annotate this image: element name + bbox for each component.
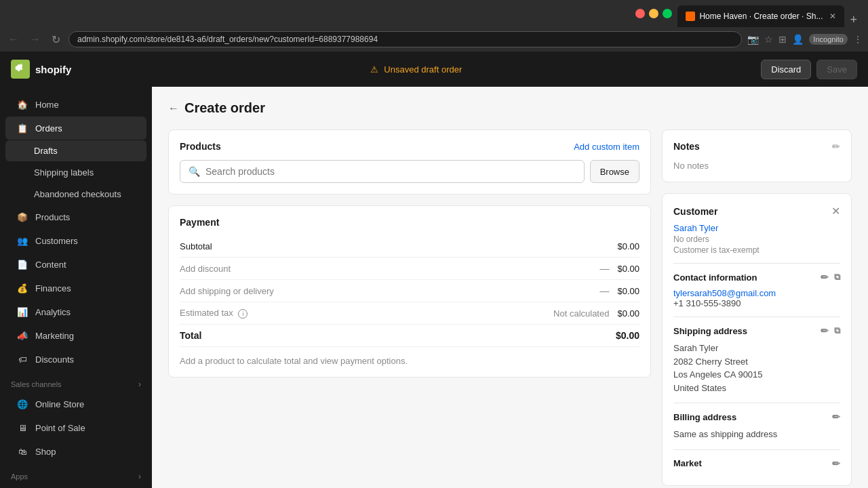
subtotal-value: $0.00 (617, 241, 639, 251)
billing-edit-icon[interactable]: ✏ (832, 411, 840, 422)
shipping-value: $0.00 (617, 286, 639, 296)
save-button[interactable]: Save (816, 60, 857, 79)
sidebar-label-marketing: Marketing (35, 331, 74, 341)
window-min-btn[interactable] (649, 9, 658, 18)
tax-hint: Not calculated (553, 308, 609, 319)
market-divider (673, 449, 840, 450)
reload-btn[interactable]: ↻ (49, 30, 63, 49)
search-icon: 🔍 (189, 166, 200, 177)
notes-card-title: Notes (673, 141, 700, 152)
payment-card-header: Payment (180, 217, 639, 228)
header-actions: Discard Save (761, 60, 857, 79)
add-custom-item-link[interactable]: Add custom item (574, 142, 639, 152)
shipping-name: Sarah Tyler (673, 342, 840, 355)
products-card-header: Products Add custom item (180, 141, 639, 152)
total-row: Total $0.00 (180, 325, 639, 347)
shipping-dash: — (599, 285, 609, 296)
sidebar-item-analytics[interactable]: 📊 Analytics (5, 300, 146, 323)
customer-card-header: Customer ✕ (673, 205, 840, 218)
market-edit-icon[interactable]: ✏ (832, 458, 840, 469)
sidebar-item-pos[interactable]: 🖥 Point of Sale (5, 416, 146, 439)
url-bar[interactable]: admin.shopify.com/store/de8143-a6/draft_… (68, 31, 742, 47)
forward-nav-btn[interactable]: → (27, 30, 43, 48)
address-bar: ← → ↻ admin.shopify.com/store/de8143-a6/… (0, 27, 868, 52)
sidebar-item-content[interactable]: 📄 Content (5, 253, 146, 276)
tab-close-icon[interactable]: ✕ (829, 12, 836, 21)
back-nav-btn[interactable]: ← (5, 30, 22, 48)
sidebar-label-pos: Point of Sale (35, 423, 85, 433)
sidebar-item-home[interactable]: 🏠 Home (5, 93, 146, 116)
online-store-icon: 🌐 (16, 398, 28, 410)
billing-divider (673, 403, 840, 403)
total-value: $0.00 (616, 330, 639, 341)
content-grid: Products Add custom item 🔍 Browse Pa (168, 129, 852, 486)
shipping-label[interactable]: Add shipping or delivery (180, 286, 274, 296)
add-product-hint: Add a product to calculate total and vie… (180, 350, 408, 371)
new-tab-button[interactable]: + (844, 13, 863, 27)
unsaved-label: Unsaved draft order (384, 64, 462, 75)
sidebar-label-shop: Shop (35, 447, 56, 457)
sidebar-label-drafts: Drafts (34, 146, 58, 156)
shipping-edit-icon[interactable]: ✏ (821, 325, 829, 336)
sidebar-item-marketing[interactable]: 📣 Marketing (5, 324, 146, 347)
tax-label: Estimated tax i (180, 308, 248, 319)
active-tab[interactable]: Home Haven · Create order · Sh... ✕ (677, 5, 844, 27)
products-card: Products Add custom item 🔍 Browse (168, 129, 651, 195)
star-icon[interactable]: ☆ (764, 34, 773, 45)
browse-button[interactable]: Browse (590, 160, 639, 183)
shipping-row: Add shipping or delivery — $0.00 (180, 280, 639, 302)
sidebar-item-shipping-labels[interactable]: Shipping labels (5, 162, 146, 183)
back-button[interactable]: ← (168, 102, 179, 115)
shopify-logo-icon (11, 60, 30, 79)
apps-expand[interactable]: › (138, 472, 141, 481)
sidebar-label-content: Content (35, 260, 66, 270)
menu-icon[interactable]: ⋮ (853, 34, 863, 45)
billing-section-title: Billing address ✏ (673, 411, 840, 422)
contact-phone: +1 310-555-3890 (673, 298, 840, 308)
shipping-country: United States (673, 382, 840, 395)
sidebar-label-discounts: Discounts (35, 354, 74, 365)
payment-card: Payment Subtotal $0.00 Add discount — $0… (168, 205, 651, 378)
sidebar-item-discounts[interactable]: 🏷 Discounts (5, 348, 146, 371)
notes-edit-icon[interactable]: ✏ (832, 141, 840, 152)
notes-card: Notes ✏ No notes (662, 129, 852, 182)
extension-icon[interactable]: ⊞ (778, 34, 787, 45)
contact-email[interactable]: tylersarah508@gmail.com (673, 288, 840, 298)
sidebar-item-drafts[interactable]: Drafts (5, 140, 146, 161)
no-notes-text: No notes (673, 161, 709, 171)
sales-channels-expand[interactable]: › (138, 380, 141, 389)
sidebar-item-orders[interactable]: 📋 Orders (5, 117, 146, 140)
contact-copy-icon[interactable]: ⧉ (834, 272, 840, 283)
sidebar-item-finances[interactable]: 💰 Finances (5, 277, 146, 300)
discount-label[interactable]: Add discount (180, 264, 231, 274)
contact-divider (673, 263, 840, 264)
add-product-hint-area: Add a product to calculate total and vie… (180, 347, 639, 366)
shipping-copy-icon[interactable]: ⧉ (834, 325, 840, 336)
tab-title: Home Haven · Create order · Sh... (699, 12, 823, 21)
customer-card: Customer ✕ Sarah Tyler No orders Custome… (662, 193, 852, 486)
contact-edit-icon[interactable]: ✏ (821, 272, 829, 283)
product-search-row: 🔍 Browse (180, 160, 639, 183)
sidebar-item-products[interactable]: 📦 Products (5, 205, 146, 228)
tax-info-icon[interactable]: i (238, 309, 248, 319)
customer-name[interactable]: Sarah Tyler (673, 223, 840, 233)
sidebar-item-online-store[interactable]: 🌐 Online Store (5, 392, 146, 415)
sidebar-item-customers[interactable]: 👥 Customers (5, 229, 146, 252)
sidebar-item-shop[interactable]: 🛍 Shop (5, 440, 146, 463)
products-icon: 📦 (16, 211, 28, 223)
sidebar-label-shipping: Shipping labels (34, 167, 94, 178)
main-content: ← Create order Products Add custom item … (152, 87, 868, 488)
product-search-wrap[interactable]: 🔍 (180, 160, 585, 183)
camera-icon: 📷 (747, 34, 759, 45)
subtotal-row: Subtotal $0.00 (180, 236, 639, 258)
shopify-logo: shopify (11, 60, 71, 79)
sidebar-label-finances: Finances (35, 283, 71, 293)
product-search-input[interactable] (205, 166, 576, 177)
discard-button[interactable]: Discard (761, 60, 811, 79)
customer-close-icon[interactable]: ✕ (831, 205, 840, 218)
window-close-btn[interactable] (635, 9, 645, 18)
app-layout: 🏠 Home 📋 Orders Drafts Shipping labels A… (0, 87, 868, 488)
sidebar-item-abandoned[interactable]: Abandoned checkouts (5, 184, 146, 205)
profile-icon[interactable]: 👤 (792, 34, 804, 45)
window-max-btn[interactable] (663, 9, 672, 18)
